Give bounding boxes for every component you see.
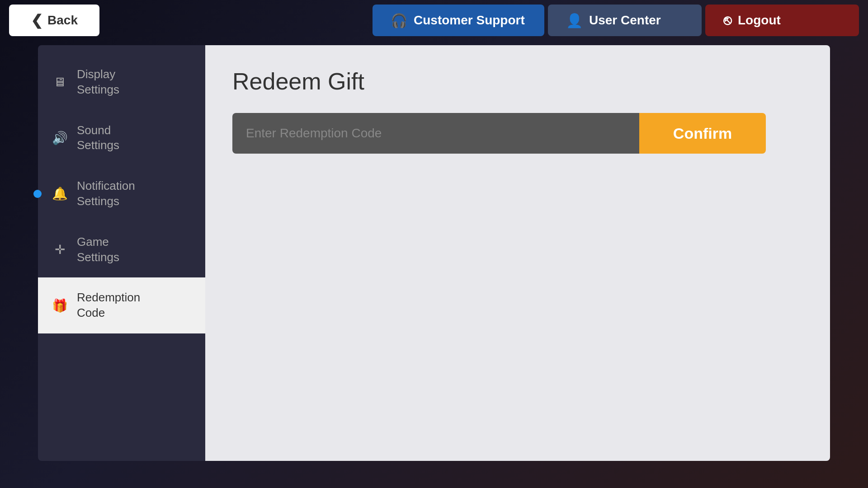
back-chevron-icon: ❮ — [31, 12, 43, 29]
header: ❮ Back 🎧 Customer Support 👤 User Center … — [0, 0, 868, 41]
sidebar-redemption-code-label: RedemptionCode — [77, 290, 140, 321]
bell-icon: 🔔 — [52, 186, 68, 201]
monitor-icon: 🖥 — [52, 75, 68, 89]
sidebar-item-redemption-code[interactable]: 🎁 RedemptionCode — [38, 277, 205, 333]
customer-support-label: Customer Support — [414, 13, 525, 28]
user-center-button[interactable]: 👤 User Center — [548, 5, 702, 36]
redemption-form: Confirm — [232, 113, 766, 154]
sidebar: 🖥 DisplaySettings 🔊 SoundSettings 🔔 Noti… — [38, 45, 205, 461]
redemption-code-input[interactable] — [232, 113, 639, 154]
sidebar-display-settings-label: DisplaySettings — [77, 67, 119, 98]
sound-icon: 🔊 — [52, 131, 68, 145]
back-label: Back — [47, 13, 78, 28]
sidebar-sound-settings-label: SoundSettings — [77, 123, 119, 154]
headset-icon: 🎧 — [391, 13, 407, 28]
customer-support-button[interactable]: 🎧 Customer Support — [373, 5, 544, 36]
main-container: 🖥 DisplaySettings 🔊 SoundSettings 🔔 Noti… — [38, 45, 830, 461]
user-center-label: User Center — [589, 13, 661, 28]
confirm-button[interactable]: Confirm — [639, 113, 766, 154]
sidebar-game-settings-label: GameSettings — [77, 235, 119, 265]
sidebar-notification-settings-label: NotificationSettings — [77, 178, 135, 209]
confirm-label: Confirm — [673, 125, 732, 142]
sidebar-item-sound-settings[interactable]: 🔊 SoundSettings — [38, 110, 205, 166]
page-title: Redeem Gift — [232, 68, 803, 95]
logout-button[interactable]: ⎋ Logout — [705, 5, 859, 36]
gamepad-icon: ✛ — [52, 242, 68, 257]
user-icon: 👤 — [566, 13, 583, 28]
logout-label: Logout — [738, 13, 781, 28]
gift-icon: 🎁 — [52, 298, 68, 313]
sidebar-item-game-settings[interactable]: ✛ GameSettings — [38, 222, 205, 278]
back-button[interactable]: ❮ Back — [9, 5, 99, 36]
header-nav: 🎧 Customer Support 👤 User Center ⎋ Logou… — [373, 5, 859, 36]
content-area: Redeem Gift Confirm — [205, 45, 830, 461]
sidebar-item-notification-settings[interactable]: 🔔 NotificationSettings — [38, 166, 205, 222]
logout-icon: ⎋ — [723, 13, 731, 28]
notification-dot — [33, 190, 42, 198]
sidebar-item-display-settings[interactable]: 🖥 DisplaySettings — [38, 54, 205, 110]
